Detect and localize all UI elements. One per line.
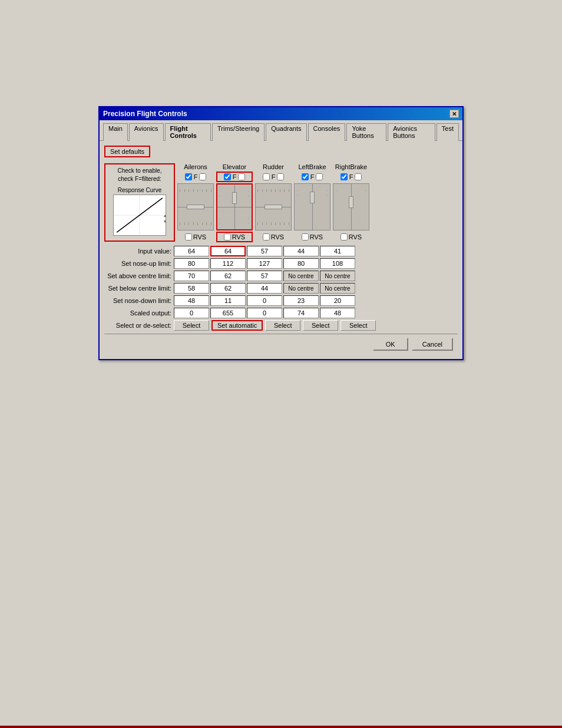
rudder-select-button[interactable]: Select <box>265 320 300 331</box>
rightbrake-below-centre: No centre <box>320 283 355 294</box>
leftbrake-rvs: RVS <box>294 233 330 241</box>
rightbrake-nose-down[interactable] <box>320 295 355 306</box>
main-window: Precision Flight Controls ✕ Main Avionic… <box>98 106 464 360</box>
leftbrake-enable-checkbox[interactable] <box>302 173 309 180</box>
sliders-row: |||||||| |||||||| -- <box>177 183 458 230</box>
rightbrake-input-value[interactable] <box>320 246 355 256</box>
tabs-bar: Main Avionics Flight Controls Trims/Stee… <box>100 120 462 141</box>
rudder-f-checkbox[interactable] <box>277 173 284 180</box>
select-inputs: Select Set automatic Select Select Selec… <box>174 320 376 331</box>
content-area: Set defaults Check to enable, check F=fi… <box>100 141 462 359</box>
ailerons-select-button[interactable]: Select <box>174 320 209 331</box>
leftbrake-checkbox-row: F <box>294 173 330 180</box>
leftbrake-input-value[interactable] <box>283 246 319 256</box>
bottom-bar: OK Cancel <box>104 334 458 354</box>
svg-text:▲: ▲ <box>163 213 166 218</box>
elevator-rvs-checkbox[interactable] <box>224 233 231 241</box>
ailerons-below-centre[interactable] <box>174 283 209 294</box>
ailerons-nose-up[interactable] <box>174 258 209 269</box>
cancel-button[interactable]: Cancel <box>412 338 453 351</box>
elevator-slider[interactable]: -- -- -- -- <box>216 183 253 230</box>
rudder-scaled-output[interactable] <box>247 308 282 318</box>
rightbrake-select-button[interactable]: Select <box>340 320 376 331</box>
rudder-above-centre[interactable] <box>247 271 282 281</box>
nose-down-label: Set nose-down limit: <box>104 297 174 304</box>
ailerons-slider[interactable]: |||||||| |||||||| <box>177 183 214 230</box>
col-headers-row: Ailerons Elevator Rudder LeftBrake Right… <box>177 163 458 170</box>
tab-avionics-buttons[interactable]: Avionics Buttons <box>388 123 435 141</box>
rudder-nose-down[interactable] <box>247 295 282 306</box>
col-header-rudder: Rudder <box>255 163 292 170</box>
rightbrake-enable-checkbox[interactable] <box>340 173 348 180</box>
scaled-output-label: Scaled output: <box>104 309 174 317</box>
input-value-label: Input value: <box>104 248 174 255</box>
ailerons-nose-down[interactable] <box>174 295 209 306</box>
nose-up-row: Set nose-up limit: <box>104 258 458 269</box>
rudder-nose-up[interactable] <box>247 258 282 269</box>
leftbrake-slider[interactable]: -- -- <box>294 183 330 230</box>
response-curve-svg: ▲ ▼ <box>114 195 166 235</box>
elevator-above-centre[interactable] <box>210 271 246 281</box>
rightbrake-rvs-checkbox[interactable] <box>340 233 348 241</box>
close-button[interactable]: ✕ <box>449 110 459 118</box>
leftbrake-nose-up[interactable] <box>283 258 319 269</box>
ailerons-rvs-checkbox[interactable] <box>185 233 192 241</box>
rudder-rvs-checkbox[interactable] <box>263 233 270 241</box>
elevator-f-checkbox[interactable] <box>238 173 245 180</box>
tab-consoles[interactable]: Consoles <box>308 123 346 141</box>
leftbrake-nose-down[interactable] <box>283 295 319 306</box>
input-value-row: Input value: <box>104 245 458 257</box>
col-header-elevator: Elevator <box>216 163 253 170</box>
ok-button[interactable]: OK <box>373 338 408 351</box>
tab-avionics[interactable]: Avionics <box>129 123 164 141</box>
elevator-below-centre[interactable] <box>210 283 246 294</box>
leftbrake-scaled-output[interactable] <box>283 308 319 318</box>
set-defaults-button[interactable]: Set defaults <box>104 146 150 157</box>
col-header-leftbrake: LeftBrake <box>294 163 330 170</box>
ailerons-input-value[interactable] <box>174 246 209 256</box>
bottom-decorative-line <box>0 726 562 728</box>
elevator-nose-down[interactable] <box>210 295 246 306</box>
elevator-enable-checkbox[interactable] <box>224 173 231 180</box>
tab-test[interactable]: Test <box>437 123 459 141</box>
ailerons-enable-checkbox[interactable] <box>185 173 192 180</box>
ailerons-rvs: RVS <box>177 233 214 241</box>
leftbrake-select-button[interactable]: Select <box>303 320 338 331</box>
rudder-slider[interactable]: |||||||| |||||||| <box>255 183 292 230</box>
rightbrake-scaled-output[interactable] <box>320 308 355 318</box>
tab-yoke-buttons[interactable]: Yoke Buttons <box>346 123 386 141</box>
check-label2: check F=filtered: <box>118 176 161 182</box>
input-value-inputs <box>174 246 355 256</box>
ailerons-above-centre[interactable] <box>174 271 209 281</box>
response-curve-box: ▲ ▼ <box>113 195 166 236</box>
elevator-input-value[interactable] <box>210 246 246 256</box>
above-centre-inputs: No centre No centre <box>174 271 355 281</box>
below-centre-label: Set below centre limit: <box>104 285 174 292</box>
rightbrake-slider[interactable]: -- <box>333 183 369 230</box>
rightbrake-f-checkbox[interactable] <box>355 173 362 180</box>
ailerons-checkbox-row: F <box>177 173 214 180</box>
rightbrake-above-centre: No centre <box>320 271 355 281</box>
nose-up-label: Set nose-up limit: <box>104 260 174 267</box>
scaled-output-inputs <box>174 308 355 318</box>
ailerons-scaled-output[interactable] <box>174 308 209 318</box>
tab-main[interactable]: Main <box>103 123 128 141</box>
rudder-input-value[interactable] <box>247 246 282 256</box>
leftbrake-rvs-checkbox[interactable] <box>302 233 309 241</box>
rudder-below-centre[interactable] <box>247 283 282 294</box>
rudder-checkbox-row: F <box>255 173 292 180</box>
elevator-nose-up[interactable] <box>210 258 246 269</box>
above-centre-row: Set above centre limit: No centre No cen… <box>104 270 458 282</box>
elevator-select-button[interactable]: Set automatic <box>211 320 263 331</box>
rudder-enable-checkbox[interactable] <box>263 173 270 180</box>
elevator-scaled-output[interactable] <box>210 308 246 318</box>
rightbrake-nose-up[interactable] <box>320 258 355 269</box>
tab-flight-controls[interactable]: Flight Controls <box>165 123 211 141</box>
ailerons-f-checkbox[interactable] <box>199 173 206 180</box>
below-centre-row: Set below centre limit: No centre No cen… <box>104 282 458 294</box>
tab-trims-steering[interactable]: Trims/Steering <box>212 123 265 141</box>
rightbrake-rvs: RVS <box>333 233 369 241</box>
leftbrake-f-checkbox[interactable] <box>316 173 323 180</box>
left-panel: Check to enable, check F=filtered: Respo… <box>104 163 175 242</box>
tab-quadrants[interactable]: Quadrants <box>266 123 306 141</box>
